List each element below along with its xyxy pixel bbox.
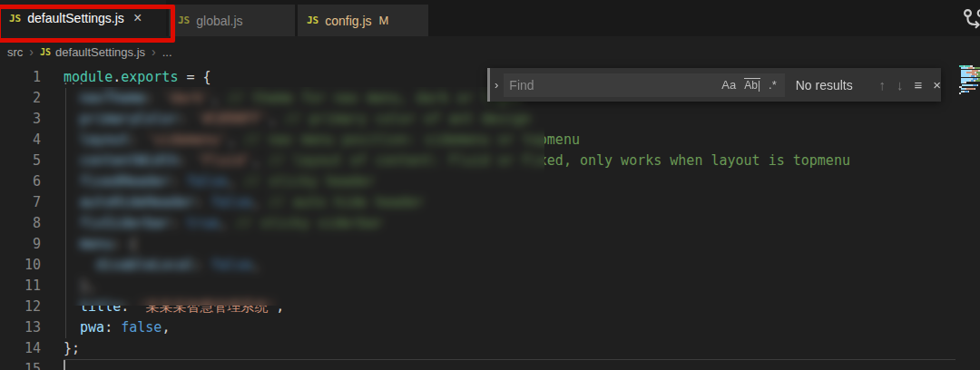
line-number: 4 [0,130,41,151]
js-file-icon: JS [40,47,51,57]
tab-label: global.js [196,14,242,28]
tab-defaultsettings[interactable]: JS defaultSettings.js × [0,0,166,36]
breadcrumb-root[interactable]: src [7,45,23,59]
chevron-right-icon: › [29,44,34,59]
find-input[interactable] [504,78,721,92]
next-match-icon[interactable]: ↓ [897,77,904,92]
line-number: 13 [0,317,41,338]
js-file-icon: JS [307,15,318,26]
whole-word-icon[interactable]: Ab| [744,78,760,92]
js-file-icon: JS [9,13,21,24]
blur-redaction-overlay [68,87,544,306]
modified-badge: M [379,14,389,27]
find-results-count: No results [796,78,868,92]
line-number: 3 [0,109,41,130]
close-tab-icon[interactable]: × [133,11,142,25]
tab-config[interactable]: JS config.js M [298,5,428,36]
line-number: 1 [0,67,41,88]
line-number: 12 [0,297,41,317]
tab-bar: JS defaultSettings.js × JS global.js JS … [0,0,980,36]
tab-label: defaultSettings.js [27,11,124,25]
code-line: 15 [0,359,980,370]
find-in-selection-icon[interactable]: ≡ [914,77,922,92]
vscode-window: JS defaultSettings.js × JS global.js JS … [0,0,980,370]
close-find-icon[interactable]: × [933,77,941,92]
code-line: 14}; [0,338,980,359]
line-number: 11 [0,276,41,297]
js-file-icon: JS [178,15,190,26]
find-input-box: Aa Ab| .* [504,73,784,97]
line-number: 10 [0,255,41,276]
line-number: 2 [0,88,41,109]
code-line: 13 pwa: false, [0,317,980,338]
line-number: 8 [0,213,41,234]
text-cursor [64,360,65,370]
indent-guide [65,88,66,338]
minimap[interactable] [959,65,980,102]
breadcrumb-symbol[interactable]: ... [162,45,172,59]
toggle-replace-chevron-icon[interactable]: › [495,78,498,92]
regex-icon[interactable]: .* [769,78,777,92]
match-case-icon[interactable]: Aa [721,78,736,92]
previous-match-icon[interactable]: ↑ [878,77,886,92]
find-widget: › Aa Ab| .* No results ↑ ↓ ≡ × [487,68,941,102]
current-line-border [64,359,956,360]
breadcrumb-file[interactable]: defaultSettings.js [55,45,145,59]
line-number: 7 [0,192,41,213]
line-number: 14 [0,338,41,359]
git-compare-icon[interactable] [962,7,980,31]
line-number: 5 [0,151,41,171]
breadcrumb[interactable]: src › JS defaultSettings.js › ... [0,36,980,67]
chevron-right-icon: › [152,44,156,59]
line-number: 9 [0,234,41,255]
tab-label: config.js [325,14,371,28]
line-number: 15 [0,359,41,370]
line-number: 6 [0,171,41,192]
code-editor[interactable]: 1module.exports = {2 navTheme: 'dark', /… [0,67,980,370]
tab-global[interactable]: JS global.js [169,5,295,36]
find-widget-sash[interactable] [487,68,490,102]
